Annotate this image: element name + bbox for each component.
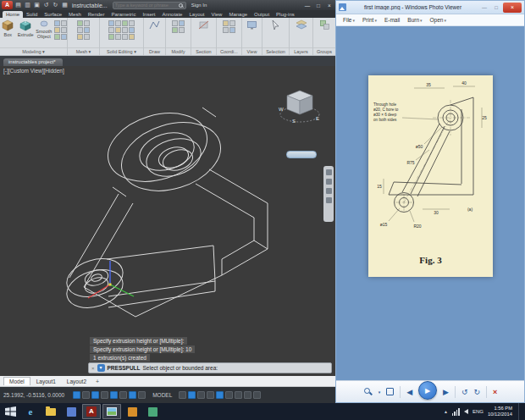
new-file-icon[interactable]: ▤ (14, 1, 22, 9)
drawing-viewport[interactable]: [-][Custom View][Hidden] W S E (0, 66, 335, 376)
ribbon-tool-icon[interactable] (179, 20, 185, 26)
close-icon[interactable]: × (325, 1, 334, 10)
menu-burn[interactable]: Burn ▾ (407, 17, 422, 23)
zoom-caret-icon[interactable]: ▾ (379, 390, 381, 395)
section-icon[interactable] (198, 19, 209, 30)
polar-tracking-toggle[interactable] (101, 391, 108, 399)
view-icon[interactable] (246, 19, 257, 30)
show-hidden-icons-button[interactable]: ▲ (444, 409, 448, 414)
ribbon-tab-mesh[interactable]: Mesh (65, 11, 85, 18)
panel-label-section[interactable]: Section (191, 47, 216, 55)
ribbon-tool-icon[interactable] (223, 20, 229, 26)
menu-email[interactable]: E-mail (384, 17, 400, 23)
ribbon-tab-manage[interactable]: Manage (225, 11, 251, 18)
ribbon-tab-surface[interactable]: Surface (41, 11, 65, 18)
panel-label-draw[interactable]: Draw (144, 47, 165, 55)
model-space-label[interactable]: MODEL (152, 392, 172, 398)
search-input[interactable] (115, 3, 178, 8)
layout-tab-layout2[interactable]: Layout2 (62, 378, 91, 385)
search-icon[interactable] (178, 3, 184, 8)
ribbon-tool-icon[interactable] (84, 27, 90, 33)
play-slideshow-button[interactable]: ▶ (418, 381, 437, 400)
next-image-button[interactable]: ▶ (443, 388, 449, 396)
menu-file[interactable]: File ▾ (343, 17, 355, 23)
ribbon-tool-icon[interactable] (77, 20, 83, 26)
layers-icon[interactable] (296, 19, 307, 30)
pan-icon[interactable] (326, 179, 332, 185)
panel-label-layers[interactable]: Layers (290, 47, 312, 55)
zoom-icon[interactable] (363, 387, 373, 396)
ortho-mode-toggle[interactable] (91, 391, 99, 399)
redo-icon[interactable]: ↻ (52, 1, 59, 9)
ribbon-tool-icon[interactable] (179, 27, 185, 33)
isolate-objects-toggle[interactable] (235, 391, 242, 399)
actual-size-icon[interactable] (386, 388, 394, 395)
panel-label-modify[interactable]: Modify (166, 47, 191, 55)
command-input[interactable]: × ▾ PRESSPULL Select object or bounded a… (88, 362, 332, 373)
transparency-toggle[interactable] (188, 391, 196, 399)
ribbon-tool-icon[interactable] (54, 34, 60, 40)
ribbon-tab-render[interactable]: Render (85, 11, 108, 18)
network-icon[interactable] (452, 408, 460, 416)
draw-icon[interactable] (149, 19, 160, 30)
orbit-icon[interactable] (326, 197, 332, 203)
panel-label-view[interactable]: View (242, 47, 262, 55)
ribbon-tool-icon[interactable] (84, 20, 90, 26)
displayed-photo[interactable]: Through hole ø20, C bore to ø30 × 6 deep… (368, 75, 493, 277)
zoom-icon[interactable] (326, 188, 332, 194)
quick-properties-toggle[interactable] (225, 391, 233, 399)
ribbon-tool-icon[interactable] (122, 20, 128, 26)
smooth-object-button[interactable]: Smooth Object (36, 19, 52, 39)
taskbar-icon-file-explorer[interactable] (41, 404, 60, 419)
ribbon-tool-icon[interactable] (172, 27, 178, 33)
ribbon-tool-icon[interactable] (77, 34, 83, 40)
layout-tab-layout1[interactable]: Layout1 (31, 378, 61, 385)
new-layout-button[interactable]: + (92, 379, 102, 384)
ribbon-tool-icon[interactable] (122, 34, 128, 40)
selection-icon[interactable] (270, 19, 281, 30)
layout-tab-model[interactable]: Model (3, 377, 30, 385)
dynamic-ucs-toggle[interactable] (129, 391, 136, 399)
box-button[interactable]: Box (0, 19, 16, 37)
ribbon-tool-icon[interactable] (129, 34, 135, 40)
panel-label-solid-editing[interactable]: Solid Editing ▾ (100, 47, 143, 55)
ribbon-tool-icon[interactable] (61, 34, 67, 40)
panel-label-modeling[interactable]: Modeling ▾ (0, 47, 67, 55)
object-snap-toggle[interactable] (110, 391, 118, 399)
minimize-icon[interactable]: — (479, 5, 489, 10)
ribbon-tool-icon[interactable] (115, 27, 121, 33)
menu-open[interactable]: Open ▾ (430, 17, 446, 23)
groups-icon[interactable] (319, 19, 330, 30)
panel-label-groups[interactable]: Groups (313, 47, 335, 55)
ribbon-tool-icon[interactable] (61, 27, 67, 33)
taskbar-app-icon[interactable] (143, 404, 162, 419)
taskbar-icon-internet-explorer[interactable]: e (21, 404, 40, 419)
ribbon-tool-icon[interactable] (129, 27, 135, 33)
panel-label-mesh[interactable]: Mesh ▾ (68, 47, 99, 55)
extrude-button[interactable]: Extrude (18, 19, 34, 37)
graphics-performance-toggle[interactable] (244, 391, 251, 399)
ribbon-tool-icon[interactable] (84, 34, 90, 40)
grid-display-toggle[interactable] (82, 391, 90, 399)
dynamic-input-toggle[interactable] (138, 391, 146, 399)
command-customize-icon[interactable]: ▾ (97, 364, 105, 372)
show-desktop-button[interactable] (518, 403, 522, 420)
taskbar-app-icon[interactable] (123, 404, 141, 419)
ribbon-tab-output[interactable]: Output (251, 11, 273, 18)
ribbon-tab-view[interactable]: View (207, 11, 225, 18)
taskbar-icon-autocad[interactable]: A (82, 404, 101, 419)
ribbon-tool-icon[interactable] (108, 27, 114, 33)
rotate-clockwise-button[interactable]: ↻ (474, 388, 481, 396)
ribbon-tab-home[interactable]: Home (3, 11, 23, 18)
start-button[interactable] (0, 403, 20, 420)
ribbon-tool-icon[interactable] (115, 20, 121, 26)
ribbon-tool-icon[interactable] (108, 34, 114, 40)
ribbon-tool-icon[interactable] (61, 20, 67, 26)
workspace-switching-toggle[interactable] (216, 391, 224, 399)
delete-button[interactable]: × (493, 388, 497, 396)
minimize-icon[interactable]: — (303, 1, 312, 10)
close-icon[interactable]: × (503, 3, 522, 13)
ribbon-tab-annotate[interactable]: Annotate (158, 11, 185, 18)
clean-screen-toggle[interactable] (253, 391, 261, 399)
selection-cycling-toggle[interactable] (197, 391, 205, 399)
